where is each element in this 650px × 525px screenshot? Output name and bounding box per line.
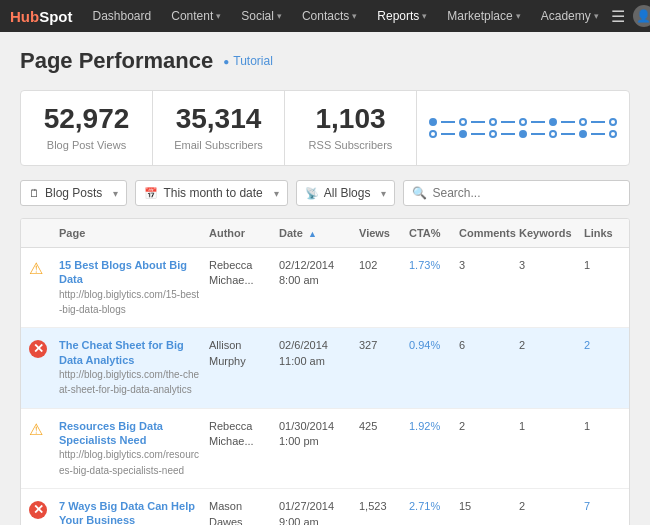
nav-social[interactable]: Social▾ bbox=[233, 5, 290, 27]
dot-connector bbox=[441, 133, 455, 135]
dot bbox=[609, 130, 617, 138]
error-icon: ✕ bbox=[29, 340, 47, 358]
filter-date[interactable]: 📅 This month to date ▾ bbox=[135, 180, 287, 206]
blog-post-views-number: 52,972 bbox=[37, 105, 136, 133]
row-links: 7 bbox=[580, 497, 625, 516]
nav-marketplace[interactable]: Marketplace▾ bbox=[439, 5, 528, 27]
row-keywords: 2 bbox=[515, 497, 580, 516]
dot-connector bbox=[471, 133, 485, 135]
dot bbox=[459, 130, 467, 138]
row-views: 425 bbox=[355, 417, 405, 436]
dot bbox=[609, 118, 617, 126]
subscribers-graph bbox=[417, 91, 629, 165]
main-content: Page Performance Tutorial 52,972 Blog Po… bbox=[0, 32, 650, 525]
col-comments: Comments bbox=[455, 225, 515, 241]
col-author: Author bbox=[205, 225, 275, 241]
warning-icon: ⚠ bbox=[29, 421, 43, 438]
dot bbox=[549, 118, 557, 126]
table-row: ✕ 7 Ways Big Data Can Help Your Business… bbox=[21, 489, 629, 525]
page-link[interactable]: Resources Big Data Specialists Need bbox=[59, 419, 201, 448]
row-cta: 1.92% bbox=[405, 417, 455, 436]
col-page[interactable]: Page bbox=[55, 225, 205, 241]
col-cta: CTA% bbox=[405, 225, 455, 241]
nav-academy[interactable]: Academy▾ bbox=[533, 5, 607, 27]
tutorial-link[interactable]: Tutorial bbox=[223, 54, 273, 68]
row-views: 102 bbox=[355, 256, 405, 275]
row-status: ✕ bbox=[25, 336, 55, 360]
filter-date-label: This month to date bbox=[163, 186, 262, 200]
row-cta: 0.94% bbox=[405, 336, 455, 355]
page-link[interactable]: The Cheat Sheet for Big Data Analytics bbox=[59, 338, 201, 367]
table-row: ✕ The Cheat Sheet for Big Data Analytics… bbox=[21, 328, 629, 408]
page-url: http://blog.biglytics.com/resources-big-… bbox=[59, 449, 199, 475]
rss-icon: 📡 bbox=[305, 187, 319, 200]
user-avatar[interactable]: 👤 bbox=[633, 5, 650, 27]
page-title: Page Performance bbox=[20, 48, 213, 74]
dot-connector bbox=[591, 133, 605, 135]
row-comments: 6 bbox=[455, 336, 515, 355]
row-page: The Cheat Sheet for Big Data Analytics h… bbox=[55, 336, 205, 399]
dot-row-2 bbox=[429, 130, 617, 138]
row-date: 02/12/20148:00 am bbox=[275, 256, 355, 291]
search-input[interactable] bbox=[432, 186, 621, 200]
filter-blog[interactable]: 📡 All Blogs ▾ bbox=[296, 180, 396, 206]
filter-blog-arrow: ▾ bbox=[381, 188, 386, 199]
row-page: 15 Best Blogs About Big Data http://blog… bbox=[55, 256, 205, 319]
row-cta: 2.71% bbox=[405, 497, 455, 516]
table-row: ⚠ Resources Big Data Specialists Need ht… bbox=[21, 409, 629, 489]
filter-type-label: Blog Posts bbox=[45, 186, 102, 200]
search-box[interactable]: 🔍 bbox=[403, 180, 630, 206]
col-views: Views bbox=[355, 225, 405, 241]
email-subscribers-number: 35,314 bbox=[169, 105, 268, 133]
dot bbox=[549, 130, 557, 138]
page-link[interactable]: 7 Ways Big Data Can Help Your Business bbox=[59, 499, 201, 525]
page-link[interactable]: 15 Best Blogs About Big Data bbox=[59, 258, 201, 287]
row-page: Resources Big Data Specialists Need http… bbox=[55, 417, 205, 480]
page-url: http://blog.biglytics.com/the-cheat-shee… bbox=[59, 369, 199, 395]
nav-reports[interactable]: Reports▾ bbox=[369, 5, 435, 27]
col-date[interactable]: Date ▲ bbox=[275, 225, 355, 241]
data-table: Page Author Date ▲ Views CTA% Comments K… bbox=[20, 218, 630, 525]
menu-icon[interactable]: ☰ bbox=[611, 7, 625, 26]
dot-connector bbox=[561, 133, 575, 135]
search-icon: 🔍 bbox=[412, 186, 427, 200]
filters-row: 🗒 Blog Posts ▾ 📅 This month to date ▾ 📡 … bbox=[20, 180, 630, 206]
row-author: Allison Murphy bbox=[205, 336, 275, 371]
topnav-right: ☰ 👤 bbox=[611, 5, 650, 27]
row-status: ✕ bbox=[25, 497, 55, 521]
row-links: 2 bbox=[580, 336, 625, 355]
filter-type-arrow: ▾ bbox=[113, 188, 118, 199]
nav-dashboard[interactable]: Dashboard bbox=[85, 5, 160, 27]
page-header: Page Performance Tutorial bbox=[20, 48, 630, 74]
stat-email-subscribers: 35,314 Email Subscribers bbox=[153, 91, 285, 165]
filter-type[interactable]: 🗒 Blog Posts ▾ bbox=[20, 180, 127, 206]
dot bbox=[519, 118, 527, 126]
warning-icon: ⚠ bbox=[29, 260, 43, 277]
row-views: 327 bbox=[355, 336, 405, 355]
error-icon: ✕ bbox=[29, 501, 47, 519]
dot-connector bbox=[501, 121, 515, 123]
dot-connector bbox=[561, 121, 575, 123]
row-date: 01/30/20141:00 pm bbox=[275, 417, 355, 452]
row-author: Rebecca Michae... bbox=[205, 256, 275, 291]
nav-contacts[interactable]: Contacts▾ bbox=[294, 5, 365, 27]
dot bbox=[579, 118, 587, 126]
nav-content[interactable]: Content▾ bbox=[163, 5, 229, 27]
dot bbox=[489, 118, 497, 126]
rss-subscribers-label: RSS Subscribers bbox=[301, 139, 400, 151]
stat-blog-post-views: 52,972 Blog Post Views bbox=[21, 91, 153, 165]
hubspot-logo[interactable]: HubSpot bbox=[10, 8, 73, 25]
email-subscribers-label: Email Subscribers bbox=[169, 139, 268, 151]
stat-rss-subscribers: 1,103 RSS Subscribers bbox=[285, 91, 417, 165]
row-page: 7 Ways Big Data Can Help Your Business h… bbox=[55, 497, 205, 525]
page-url: http://blog.biglytics.com/15-best-big-da… bbox=[59, 289, 199, 315]
dot bbox=[429, 130, 437, 138]
row-keywords: 3 bbox=[515, 256, 580, 275]
col-status bbox=[25, 225, 55, 241]
table-row: ⚠ 15 Best Blogs About Big Data http://bl… bbox=[21, 248, 629, 328]
table-header: Page Author Date ▲ Views CTA% Comments K… bbox=[21, 219, 629, 248]
rss-subscribers-number: 1,103 bbox=[301, 105, 400, 133]
row-comments: 2 bbox=[455, 417, 515, 436]
calendar-icon: 📅 bbox=[144, 187, 158, 200]
row-comments: 3 bbox=[455, 256, 515, 275]
